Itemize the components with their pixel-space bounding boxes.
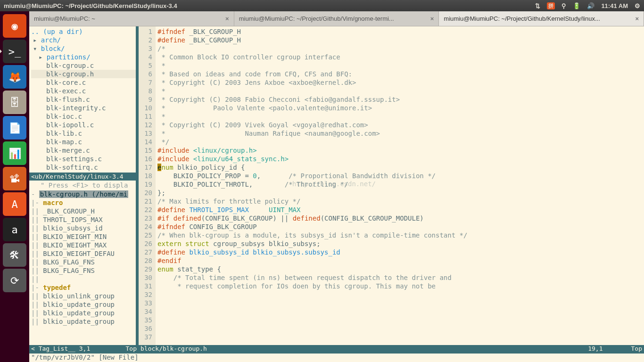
nerdtree-item[interactable]: blk-lib.c [31, 129, 136, 138]
close-icon[interactable]: × [635, 15, 639, 22]
bluetooth-icon[interactable]: ⚲ [561, 2, 566, 9]
window-title: miumiu@MiumiuPC: ~/Project/Github/Kernel… [4, 2, 177, 9]
nerdtree-item[interactable]: ▾ block/ [31, 44, 136, 53]
code-line[interactable]: #define _BLK_CGROUP_H [157, 36, 642, 44]
taglist-heading[interactable]: |- typedef [29, 283, 136, 292]
code-line[interactable]: * Paolo Valente <paolo.valente@unimore.i… [157, 104, 642, 112]
nerdtree-item[interactable]: blk-cgroup.h [31, 70, 136, 78]
nerdtree-item[interactable]: ▸ arch/ [31, 36, 136, 44]
taglist-tag[interactable]: || blkio_update_group [29, 309, 136, 317]
nerdtree-item[interactable]: blk-settings.c [31, 155, 136, 163]
terminal-tab[interactable]: miumiu@MiumiuPC: ~× [29, 11, 234, 26]
code-line[interactable]: BLKIO_POLICY_PROP = 0, /* Proportional B… [157, 172, 642, 180]
nerdtree-item[interactable]: blk-map.c [31, 138, 136, 146]
code-line[interactable]: enum blkio_policy_id { [157, 163, 642, 172]
status-left: < Tag_List__ 3,1 Top [29, 345, 139, 354]
taglist-tag[interactable]: || blkio_subsys_id [29, 224, 136, 232]
ime-icon[interactable]: 拼 [547, 2, 555, 9]
network-icon[interactable]: ⇅ [535, 2, 540, 9]
system-tray: ⇅ 拼 ⚲ 🔋 🔊 11:41 AM ⚙ [535, 2, 640, 9]
taglist-file: - blk-cgroup.h (/home/mi [29, 190, 136, 198]
launcher-writer[interactable]: 📄 [3, 116, 26, 140]
code-line[interactable]: #ifndef CONFIG_BLK_CGROUP [157, 222, 642, 231]
code-line[interactable]: /* Total time spent (in ns) between requ… [157, 273, 642, 282]
battery-icon[interactable]: 🔋 [573, 2, 580, 9]
code-line[interactable]: #endif [157, 256, 642, 265]
code-line[interactable]: */ [157, 138, 642, 146]
nerdtree-item[interactable]: blk-cgroup.c [31, 61, 136, 70]
code-line[interactable]: * [157, 112, 642, 121]
taglist-help: " Press <F1> to displa [29, 181, 136, 190]
nerdtree[interactable]: .. (up a dir)▸ arch/▾ block/▸ partitions… [29, 26, 136, 173]
launcher-dash[interactable]: ◉ [3, 14, 26, 38]
code-area[interactable]: http://blog.csdn.net/ #ifndef _BLK_CGROU… [156, 26, 644, 345]
launcher-calc[interactable]: 📊 [3, 141, 26, 165]
launcher-impress[interactable]: 📽 [3, 167, 26, 190]
code-line[interactable]: #define blkio_subsys_id blkio_subsys.sub… [157, 248, 642, 256]
launcher-files[interactable]: 🗄 [3, 90, 26, 114]
nerdtree-item[interactable]: blk-exec.c [31, 87, 136, 95]
code-line[interactable]: #include <linux/cgroup.h> [157, 146, 642, 155]
code-line[interactable]: #if defined(CONFIG_BLK_CGROUP) || define… [157, 214, 642, 222]
nerdtree-item[interactable]: blk-softirq.c [31, 163, 136, 172]
nerdtree-item[interactable]: blk-ioc.c [31, 112, 136, 121]
code-line[interactable]: BLKIO_POLICY_THROTL, /* Throttling */ [157, 180, 642, 189]
code-line[interactable]: * Copyright (C) 2008 Fabio Checconi <fab… [157, 95, 642, 104]
nerdtree-item[interactable]: .. (up a dir) [31, 27, 136, 36]
cmdline[interactable]: "/tmp/vzrJbV0/2" [New File] [29, 354, 644, 362]
terminal-tabs: miumiu@MiumiuPC: ~×miumiu@MiumiuPC: ~/Pr… [29, 11, 644, 26]
code-line[interactable]: #define THROTL_IOPS_MAX UINT_MAX [157, 206, 642, 214]
nerdtree-item[interactable]: blk-iopoll.c [31, 121, 136, 129]
code-line[interactable]: * Common Block IO controller cgroup inte… [157, 53, 642, 61]
vim-editor: .. (up a dir)▸ arch/▾ block/▸ partitions… [29, 26, 644, 362]
taglist-tag[interactable]: || THROTL_IOPS_MAX [29, 215, 136, 224]
taglist-tag[interactable]: || BLKG_FLAG_FNS [29, 266, 136, 275]
code-line[interactable]: * Nauman Rafique <nauman@google.com> [157, 129, 642, 138]
close-icon[interactable]: × [430, 15, 434, 22]
taglist-tag[interactable]: || BLKIO_WEIGHT_MIN [29, 232, 136, 241]
launcher-firefox[interactable]: 🦊 [3, 65, 26, 89]
taglist-tag[interactable]: || blkio_update_group [29, 300, 136, 309]
code-line[interactable]: /* When blk-cgroup is a module, its subs… [157, 231, 642, 239]
code-line[interactable]: #include <linux/u64_stats_sync.h> [157, 155, 642, 163]
code-line[interactable]: * request completion for IOs doen by thi… [157, 282, 642, 290]
code-line[interactable]: /* [157, 44, 642, 53]
nerdtree-statusbar: <ub/KernelStudy/linux-3.4 [29, 173, 136, 181]
taglist-tag[interactable]: || blkio_unlink_group [29, 292, 136, 300]
taglist[interactable]: - blk-cgroup.h (/home/mi|- macro|| _BLK_… [29, 190, 136, 345]
code-line[interactable]: extern struct cgroup_subsys blkio_subsys… [157, 239, 642, 248]
terminal-tab[interactable]: miumiu@MiumiuPC: ~/Project/Github/Kernel… [439, 11, 644, 26]
code-line[interactable]: * [157, 87, 642, 95]
taglist-heading[interactable]: |- macro [29, 198, 136, 207]
taglist-tag[interactable]: || blkio_update_group [29, 317, 136, 326]
terminal-tab[interactable]: miumiu@MiumiuPC: ~/Project/Github/Vim/gn… [234, 11, 439, 26]
launcher-amazon[interactable]: a [3, 218, 26, 241]
code-line[interactable]: * Based on ideas and code from CFQ, CFS … [157, 70, 642, 78]
code-line[interactable]: enum stat_type { [157, 265, 642, 273]
gear-icon[interactable]: ⚙ [635, 2, 640, 9]
launcher-updates[interactable]: ⟳ [3, 269, 26, 292]
code-line[interactable]: #ifndef _BLK_CGROUP_H [157, 27, 642, 36]
volume-icon[interactable]: 🔊 [587, 2, 594, 9]
launcher-terminal[interactable]: >_ [3, 40, 26, 63]
code-line[interactable]: /* Max limits for throttle policy */ [157, 197, 642, 206]
code-line[interactable]: }; [157, 189, 642, 197]
taglist-tag[interactable]: || BLKIO_WEIGHT_MAX [29, 241, 136, 249]
nerdtree-item[interactable]: blk-integrity.c [31, 104, 136, 112]
status-pos: 19,1 [588, 345, 603, 354]
nerdtree-item[interactable]: blk-core.c [31, 78, 136, 87]
code-line[interactable]: * [157, 61, 642, 70]
launcher-settings[interactable]: 🛠 [3, 243, 26, 267]
code-line[interactable]: * Copyright (C) 2009 Vivek Goyal <vgoyal… [157, 121, 642, 129]
launcher-software[interactable]: A [3, 192, 26, 216]
close-icon[interactable]: × [225, 15, 229, 22]
nerdtree-item[interactable]: blk-flush.c [31, 95, 136, 104]
taglist-tag[interactable]: || BLKIO_WEIGHT_DEFAU [29, 249, 136, 258]
taglist-tag[interactable]: || BLKG_FLAG_FNS [29, 258, 136, 266]
clock[interactable]: 11:41 AM [601, 2, 628, 9]
taglist-tag[interactable]: || _BLK_CGROUP_H [29, 207, 136, 215]
code-pane[interactable]: 1234567891011121314151617181920212223242… [139, 26, 644, 345]
code-line[interactable]: * Copyright (C) 2003 Jens Axboe <axboe@k… [157, 78, 642, 87]
nerdtree-item[interactable]: blk-merge.c [31, 146, 136, 155]
nerdtree-item[interactable]: ▸ partitions/ [31, 53, 136, 61]
